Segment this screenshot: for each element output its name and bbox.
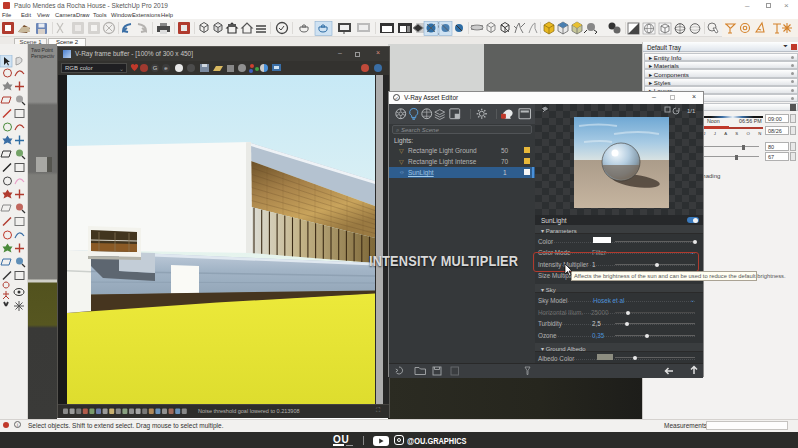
svg-text:G: G bbox=[153, 65, 158, 71]
svg-text:1/1: 1/1 bbox=[687, 108, 696, 114]
